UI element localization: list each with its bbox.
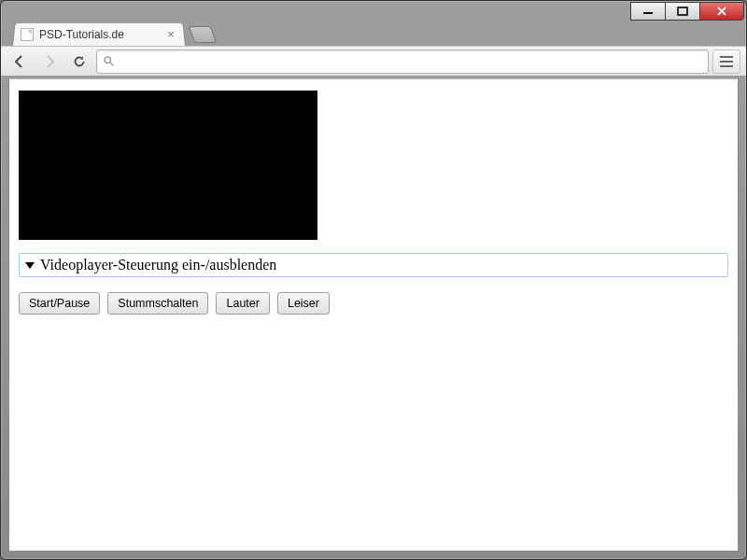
search-icon [103, 55, 115, 67]
video-player[interactable] [19, 91, 317, 240]
player-button-row: Start/Pause Stummschalten Lauter Leiser [19, 292, 728, 315]
volume-down-button[interactable]: Leiser [277, 292, 330, 315]
window-frame: PSD-Tutorials.de × [0, 0, 747, 560]
window-close-button[interactable] [699, 2, 744, 21]
page-favicon-icon [21, 28, 34, 41]
volume-up-button[interactable]: Lauter [216, 292, 269, 315]
arrow-right-icon [42, 54, 57, 69]
back-button[interactable] [7, 49, 33, 74]
tab-close-button[interactable]: × [164, 28, 177, 40]
player-controls-summary[interactable]: Videoplayer-Steuerung ein-/ausblenden [20, 254, 727, 276]
window-maximize-button[interactable] [665, 2, 700, 21]
window-minimize-button[interactable] [630, 2, 666, 21]
triangle-down-icon [25, 262, 35, 269]
new-tab-button[interactable] [189, 26, 218, 43]
tab-strip: PSD-Tutorials.de × [1, 21, 746, 46]
reload-button[interactable] [66, 49, 92, 74]
hamburger-icon [720, 61, 733, 63]
maximize-icon [677, 7, 688, 16]
tab-title: PSD-Tutorials.de [39, 28, 159, 41]
player-controls-summary-text: Videoplayer-Steuerung ein-/ausblenden [40, 257, 276, 273]
forward-button[interactable] [36, 49, 63, 74]
svg-rect-0 [643, 12, 653, 14]
svg-point-2 [105, 57, 111, 63]
svg-rect-1 [678, 7, 687, 15]
reload-icon [72, 54, 87, 69]
url-input[interactable] [120, 53, 702, 69]
page-viewport[interactable]: Videoplayer-Steuerung ein-/ausblenden St… [8, 78, 739, 552]
svg-line-3 [110, 63, 113, 65]
browser-toolbar [1, 46, 746, 77]
close-icon [716, 7, 727, 16]
address-bar[interactable] [96, 49, 709, 74]
browser-tab[interactable]: PSD-Tutorials.de × [12, 22, 186, 46]
player-controls-details[interactable]: Videoplayer-Steuerung ein-/ausblenden [19, 253, 728, 277]
play-pause-button[interactable]: Start/Pause [19, 292, 100, 315]
arrow-left-icon [12, 54, 27, 69]
page-body: Videoplayer-Steuerung ein-/ausblenden St… [9, 79, 738, 326]
titlebar [1, 1, 746, 23]
mute-button[interactable]: Stummschalten [107, 292, 208, 315]
minimize-icon [642, 7, 654, 16]
browser-menu-button[interactable] [712, 49, 740, 74]
